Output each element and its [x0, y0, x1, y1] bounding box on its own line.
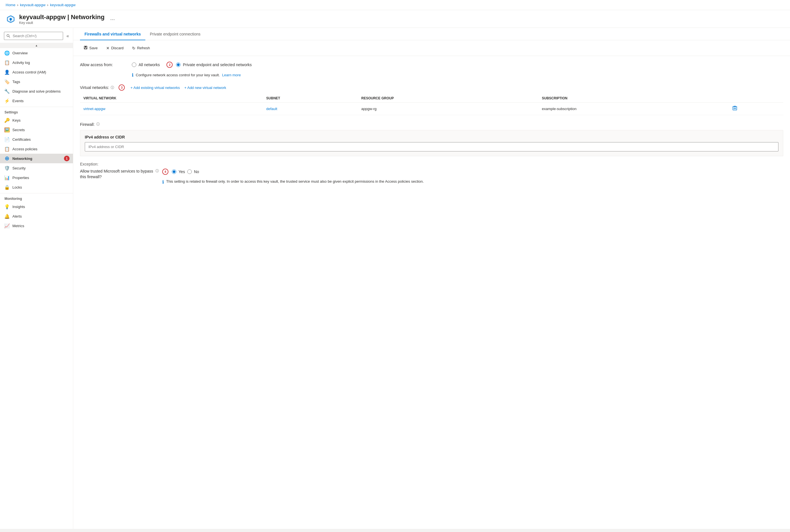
settings-section-label: Settings [0, 107, 73, 115]
sidebar-item-label: Certificates [13, 137, 31, 141]
save-icon [84, 45, 88, 51]
radio-yes-label: Yes [179, 169, 185, 174]
sidebar-item-label: Activity log [13, 60, 30, 65]
sidebar-item-secrets[interactable]: 🖼️ Secrets [0, 125, 73, 135]
sidebar-item-label: Alerts [13, 214, 22, 218]
sidebar-item-networking[interactable]: Networking 1 [0, 154, 73, 163]
sidebar-item-label: Access control (IAM) [13, 70, 46, 74]
iam-icon: 👤 [4, 70, 10, 75]
breadcrumb-vault1[interactable]: keyvault-appgw [20, 3, 45, 7]
breadcrumb-sep1: › [17, 3, 18, 7]
subnet-link[interactable]: default [266, 107, 277, 111]
add-new-vn-link[interactable]: + Add new virtual network [184, 86, 226, 90]
svg-rect-7 [85, 46, 86, 47]
diagnose-icon: 🔧 [4, 89, 10, 94]
sidebar-item-access-policies[interactable]: 📋 Access policies [0, 144, 73, 154]
sidebar-item-certificates[interactable]: 📄 Certificates [0, 135, 73, 144]
learn-more-link[interactable]: Learn more [222, 73, 240, 77]
radio-all-networks-input[interactable] [132, 62, 136, 67]
sidebar-item-properties[interactable]: 📊 Properties [0, 173, 73, 183]
vn-link[interactable]: virtnet-appgw [84, 107, 105, 111]
vn-info-tooltip: ⓘ [111, 85, 114, 90]
refresh-button[interactable]: ↻ Refresh [128, 44, 154, 52]
radio-yes-input[interactable] [172, 169, 176, 174]
insights-icon: 💡 [4, 204, 10, 209]
sidebar-item-alerts[interactable]: 🔔 Alerts [0, 211, 73, 221]
exception-info-tooltip: ⓘ [155, 169, 159, 173]
breadcrumb-vault2[interactable]: keyvault-appgw [50, 3, 75, 7]
virtual-networks-header: Virtual networks: ⓘ 3 + Add existing vir… [80, 84, 783, 91]
save-button[interactable]: Save [80, 44, 102, 52]
radio-private-endpoint[interactable]: 2 Private endpoint and selected networks [166, 62, 252, 68]
access-policies-icon: 📋 [4, 146, 10, 151]
refresh-icon: ↻ [132, 46, 135, 51]
add-existing-vn-link[interactable]: + Add existing virtual networks [130, 86, 180, 90]
sidebar-item-metrics[interactable]: 📈 Metrics [0, 221, 73, 230]
discard-label: Discard [111, 46, 124, 50]
refresh-label: Refresh [137, 46, 150, 50]
step-badge-2: 2 [166, 62, 173, 68]
col-virtual-network: VIRTUAL NETWORK [80, 94, 263, 103]
sidebar-item-keys[interactable]: 🔑 Keys [0, 115, 73, 125]
more-options-button[interactable]: ··· [110, 16, 115, 22]
sidebar-item-locks[interactable]: 🔒 Locks [0, 183, 73, 192]
step-badge-3: 3 [118, 84, 125, 91]
collapse-sidebar-button[interactable]: « [65, 32, 71, 40]
scroll-up-button[interactable]: ▲ [0, 43, 73, 48]
radio-all-networks[interactable]: All networks [132, 62, 160, 67]
firewall-info-tooltip: ⓘ [96, 122, 100, 127]
page-title: keyvault-appgw | Networking [19, 14, 105, 21]
keyvault-icon [6, 14, 16, 24]
discard-icon: ✕ [106, 46, 110, 51]
breadcrumb: Home › keyvault-appgw › keyvault-appgw [0, 0, 790, 10]
subscription-cell: example-subscription [538, 103, 729, 115]
radio-no-input[interactable] [187, 169, 192, 174]
radio-private-endpoint-input[interactable] [176, 62, 181, 67]
col-subnet: SUBNET [263, 94, 358, 103]
sidebar-item-tags[interactable]: 🏷️ Tags [0, 77, 73, 87]
main-content: Firewalls and virtual networks Private e… [73, 28, 790, 529]
toolbar: Save ✕ Discard ↻ Refresh [73, 40, 790, 56]
breadcrumb-home[interactable]: Home [6, 3, 16, 7]
properties-icon: 📊 [4, 175, 10, 180]
table-row: virtnet-appgw default appgw-rg example-s… [80, 103, 783, 115]
sidebar-item-overview[interactable]: 🌐 Overview [0, 48, 73, 58]
discard-button[interactable]: ✕ Discard [103, 44, 127, 52]
sidebar-item-label: Events [13, 99, 24, 103]
events-icon: ⚡ [4, 98, 10, 103]
sidebar-item-insights[interactable]: 💡 Insights [0, 202, 73, 211]
header-text: keyvault-appgw | Networking Key vault [19, 14, 105, 25]
ipv4-section-title: IPv4 address or CIDR [85, 135, 778, 139]
page-subtitle: Key vault [19, 21, 105, 25]
sidebar-item-security[interactable]: 🛡️ Security [0, 163, 73, 173]
sidebar-item-events[interactable]: ⚡ Events [0, 96, 73, 106]
access-info-text: Configure network access control for you… [136, 73, 220, 77]
sidebar-item-label: Secrets [13, 128, 25, 132]
sidebar-item-label: Security [13, 166, 25, 170]
col-actions [729, 94, 783, 103]
sidebar-item-label: Diagnose and solve problems [13, 89, 60, 93]
sidebar-item-diagnose[interactable]: 🔧 Diagnose and solve problems [0, 87, 73, 96]
delete-row-button[interactable] [732, 106, 737, 112]
access-radio-group: All networks 2 Private endpoint and sele… [132, 62, 252, 68]
content-area: Allow access from: All networks 2 Privat… [73, 56, 790, 190]
sidebar-item-label: Keys [13, 118, 21, 122]
radio-no[interactable]: No [187, 169, 199, 174]
sidebar-item-label: Locks [13, 185, 22, 189]
locks-icon: 🔒 [4, 185, 10, 190]
tab-private-endpoints[interactable]: Private endpoint connections [145, 28, 205, 40]
sidebar-item-activity-log[interactable]: 📋 Activity log [0, 58, 73, 67]
step-badge-4: 4 [162, 169, 168, 175]
ipv4-input[interactable] [85, 142, 778, 151]
exception-section: Exception: Allow trusted Microsoft servi… [80, 162, 783, 185]
metrics-icon: 📈 [4, 223, 10, 228]
sidebar-item-label: Metrics [13, 224, 24, 228]
sidebar-item-iam[interactable]: 👤 Access control (IAM) [0, 67, 73, 77]
search-input[interactable] [4, 32, 63, 40]
resource-group-cell: appgw-rg [358, 103, 538, 115]
tab-firewalls[interactable]: Firewalls and virtual networks [80, 28, 145, 40]
sidebar-item-label: Networking [13, 156, 32, 161]
exception-info-icon: ℹ [162, 179, 164, 185]
radio-yes[interactable]: Yes [172, 169, 185, 174]
save-label: Save [89, 46, 98, 50]
